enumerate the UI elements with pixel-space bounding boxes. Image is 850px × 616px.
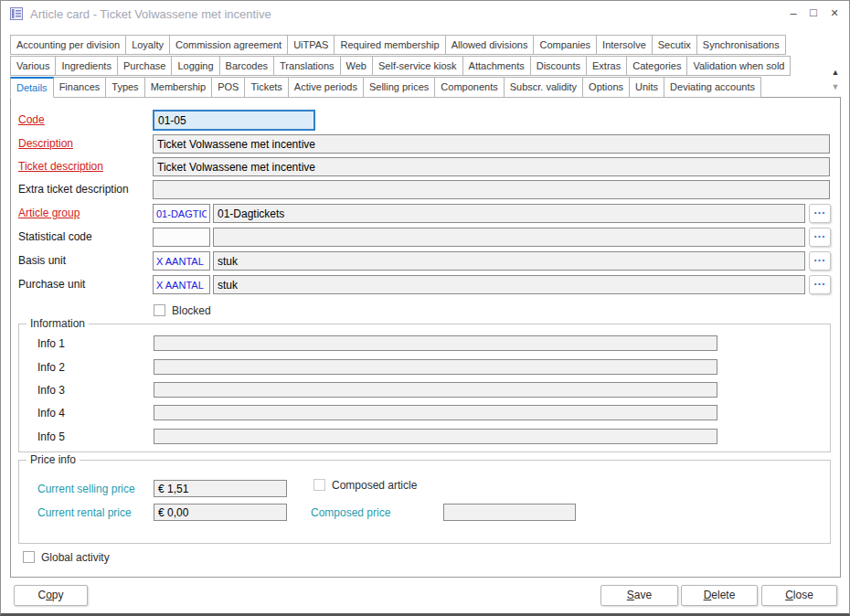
current-rental-price-label: Current rental price [37,506,132,519]
basis-unit-code-input[interactable] [153,251,210,271]
save-button[interactable]: Save [600,585,678,606]
info-3-label: Info 3 [37,384,65,397]
tab-pos[interactable]: POS [211,77,245,98]
composed-article-label: Composed article [332,479,417,492]
statistical-code-name-input[interactable] [213,228,805,247]
information-legend: Information [27,317,89,330]
purchase-unit-browse-button[interactable]: ... [809,275,831,294]
basis-unit-name-input[interactable] [213,251,805,271]
article-group-label: Article group [18,207,80,219]
current-selling-price-label: Current selling price [37,483,135,495]
blocked-label: Blocked [172,304,211,317]
maximize-icon[interactable]: □ [805,5,822,21]
tab-translations[interactable]: Translations [273,56,341,76]
basis-unit-label: Basis unit [18,254,66,267]
purchase-unit-code-input[interactable] [153,275,210,294]
tab-validation-when-sold[interactable]: Validation when sold [686,56,791,76]
tab-various[interactable]: Various [10,56,56,76]
price-info-groupbox: Price info Current selling price Current… [18,460,831,544]
info-1-input[interactable] [154,335,717,351]
tab-companies[interactable]: Companies [533,35,597,55]
tab-finances[interactable]: Finances [53,77,107,98]
basis-unit-browse-button[interactable]: ... [809,251,831,271]
tab-barcodes[interactable]: Barcodes [219,56,274,76]
titlebar: Article card - Ticket Volwassene met inc… [1,1,849,28]
details-tab-panel: Code Description Ticket description Extr… [10,97,841,578]
extra-ticket-description-input[interactable] [153,180,830,199]
tab-web[interactable]: Web [340,56,373,76]
tab-categories[interactable]: Categories [626,56,687,76]
tab-uitpas[interactable]: UiTPAS [287,35,335,55]
tab-ingredients[interactable]: Ingredients [55,56,117,76]
ticket-description-label: Ticket description [18,160,103,173]
tab-scroll-down-icon[interactable]: ▼ [826,80,845,93]
minimize-icon[interactable]: – [785,5,802,21]
composed-article-checkbox[interactable] [313,479,325,491]
description-label: Description [18,137,73,150]
tab-scroll-up-icon[interactable]: ▲ [826,66,845,79]
article-card-icon [9,6,24,21]
tab-synchronisations[interactable]: Synchronisations [696,35,786,55]
window-title: Article card - Ticket Volwassene met inc… [30,7,271,21]
tab-intersolve[interactable]: Intersolve [596,35,653,55]
tab-logging[interactable]: Logging [171,56,219,76]
info-2-label: Info 2 [37,361,65,374]
purchase-unit-name-input[interactable] [213,275,805,294]
code-input[interactable] [153,110,315,131]
tab-components[interactable]: Components [434,77,504,98]
tab-selling-prices[interactable]: Selling prices [363,77,435,98]
tab-loyalty[interactable]: Loyalty [125,35,170,55]
tab-row-2: Various Ingredients Purchase Logging Bar… [10,56,791,76]
tab-units[interactable]: Units [629,77,664,98]
tab-options[interactable]: Options [582,77,630,98]
tab-extras[interactable]: Extras [586,56,627,76]
tab-tickets[interactable]: Tickets [244,77,288,98]
statistical-code-browse-button[interactable]: ... [809,228,831,247]
blocked-checkbox[interactable] [154,304,165,316]
statistical-code-label: Statistical code [18,230,92,243]
info-4-input[interactable] [154,405,717,420]
info-3-input[interactable] [154,382,717,398]
tab-details[interactable]: Details [10,77,54,98]
current-selling-price-input[interactable] [154,480,287,497]
article-group-code-input[interactable] [153,204,210,223]
tab-secutix[interactable]: Secutix [652,35,697,55]
description-input[interactable] [153,134,830,154]
tab-discounts[interactable]: Discounts [530,56,587,76]
copy-button[interactable]: Copy [14,585,88,606]
extra-ticket-description-label: Extra ticket description [18,183,129,196]
tab-active-periods[interactable]: Active periods [288,77,364,98]
tab-deviating-accounts[interactable]: Deviating accounts [664,77,761,98]
info-1-label: Info 1 [37,337,65,350]
info-5-input[interactable] [154,429,717,444]
ticket-description-input[interactable] [153,157,830,176]
article-group-browse-button[interactable]: ... [809,204,831,223]
delete-button[interactable]: Delete [681,585,758,606]
tab-types[interactable]: Types [105,77,144,98]
info-4-label: Info 4 [37,407,65,420]
tab-required-membership[interactable]: Required membership [334,35,445,55]
info-5-label: Info 5 [37,430,65,443]
tab-self-service-kiosk[interactable]: Self-service kiosk [372,56,463,76]
tab-allowed-divisions[interactable]: Allowed divisions [445,35,535,55]
composed-price-label: Composed price [311,506,390,519]
tab-purchase[interactable]: Purchase [117,56,172,76]
price-info-legend: Price info [27,453,80,466]
tab-subscr-validity[interactable]: Subscr. validity [504,77,583,98]
article-card-window: Article card - Ticket Volwassene met inc… [0,0,850,616]
tab-row-1: Accounting per division Loyalty Commissi… [10,35,786,55]
global-activity-checkbox[interactable] [23,551,35,563]
info-2-input[interactable] [154,359,717,375]
window-close-icon[interactable]: ✕ [826,5,843,21]
composed-price-input[interactable] [443,504,576,521]
close-button[interactable]: Close [761,585,837,606]
tab-accounting-per-division[interactable]: Accounting per division [10,35,126,55]
statistical-code-code-input[interactable] [153,228,210,247]
article-group-name-input[interactable] [213,204,805,223]
tab-commission-agreement[interactable]: Commission agreement [169,35,288,55]
tab-attachments[interactable]: Attachments [462,56,531,76]
tab-membership[interactable]: Membership [144,77,213,98]
current-rental-price-input[interactable] [154,504,287,521]
information-groupbox: Information Info 1 Info 2 Info 3 Info 4 … [18,324,831,452]
purchase-unit-label: Purchase unit [18,278,85,291]
